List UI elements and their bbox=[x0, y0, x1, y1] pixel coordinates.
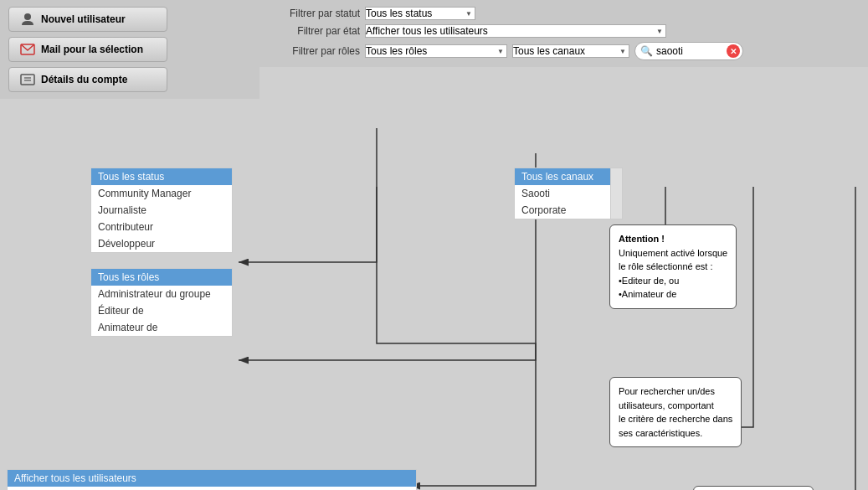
etat-label: Filtrer par état bbox=[268, 25, 360, 37]
roles-item-admin[interactable]: Administrateur du groupe bbox=[91, 286, 232, 302]
new-user-label: Nouvel utilisateur bbox=[41, 13, 126, 25]
etat-select[interactable]: Afficher tous les utilisateursAfficher t… bbox=[365, 24, 666, 38]
search-icon: 🔍 bbox=[640, 45, 653, 57]
mail-label: Mail pour la sélection bbox=[41, 44, 143, 55]
channel-item-all[interactable]: Tous les canaux bbox=[515, 168, 622, 185]
recherche-line3: le critère de recherche dans bbox=[619, 414, 732, 424]
channel-select-inline[interactable]: Tous les canauxSaootiCorporate bbox=[512, 44, 629, 58]
etat-dropdown-list: Afficher tous les utilisateurs Afficher … bbox=[7, 469, 417, 490]
roles-item-animateur[interactable]: Animateur de bbox=[91, 319, 232, 336]
attention-tooltip: Attention ! Uniquement activé lorsque le… bbox=[609, 224, 737, 309]
channel-scrollbar[interactable] bbox=[610, 168, 622, 219]
svg-point-0 bbox=[24, 13, 31, 20]
statut-item-journaliste[interactable]: Journaliste bbox=[91, 202, 232, 219]
attention-line4: •Animateur de bbox=[619, 289, 676, 299]
attention-title: Attention ! bbox=[619, 234, 665, 244]
recherche-tooltip: Pour rechercher un/des utilisateurs, com… bbox=[609, 377, 742, 447]
roles-select[interactable]: Tous les rôlesAdministrateur du groupeÉd… bbox=[365, 44, 507, 58]
roles-select-wrapper[interactable]: Tous les rôlesAdministrateur du groupeÉd… bbox=[365, 44, 507, 58]
channel-item-corporate[interactable]: Corporate bbox=[515, 202, 622, 219]
statut-item-all[interactable]: Tous les status bbox=[91, 168, 232, 185]
channel-dropdown-list: Tous les canaux Saooti Corporate bbox=[514, 168, 623, 219]
roles-item-editeur[interactable]: Éditeur de bbox=[91, 302, 232, 319]
statut-item-community-manager[interactable]: Community Manager bbox=[91, 185, 232, 202]
new-user-button[interactable]: Nouvel utilisateur bbox=[8, 7, 167, 32]
roles-item-all[interactable]: Tous les rôles bbox=[91, 269, 232, 286]
annuler-tooltip: Pensez à annuler la recherche pour reven… bbox=[693, 486, 814, 490]
etat-select-wrapper[interactable]: Afficher tous les utilisateursAfficher t… bbox=[365, 24, 666, 38]
statut-item-contributeur[interactable]: Contributeur bbox=[91, 219, 232, 235]
recherche-line4: ses caractéristiques. bbox=[619, 428, 702, 438]
filter-statut-row: Filtrer par statut Tous les statusCommun… bbox=[268, 7, 860, 20]
account-button[interactable]: Détails du compte bbox=[8, 67, 167, 92]
mail-button[interactable]: Mail pour la sélection bbox=[8, 37, 167, 62]
recherche-line1: Pour rechercher un/des bbox=[619, 386, 715, 396]
toolbar: Nouvel utilisateur Mail pour la sélectio… bbox=[0, 0, 259, 99]
etat-item-all[interactable]: Afficher tous les utilisateurs bbox=[8, 470, 416, 487]
attention-line1: Uniquement activé lorsque bbox=[619, 248, 727, 258]
recherche-line2: utilisateurs, comportant bbox=[619, 400, 714, 410]
mail-icon bbox=[19, 42, 36, 57]
search-box: 🔍 ✕ bbox=[634, 42, 743, 60]
statut-select[interactable]: Tous les statusCommunity ManagerJournali… bbox=[365, 7, 475, 20]
search-input[interactable] bbox=[656, 45, 723, 57]
filter-roles-row: Filtrer par rôles Tous les rôlesAdminist… bbox=[268, 42, 860, 60]
filter-area: Filtrer par statut Tous les statusCommun… bbox=[259, 0, 868, 67]
user-icon bbox=[19, 12, 36, 27]
statut-label: Filtrer par statut bbox=[268, 8, 360, 19]
account-icon bbox=[19, 72, 36, 87]
account-label: Détails du compte bbox=[41, 74, 127, 85]
statut-dropdown-list: Tous les status Community Manager Journa… bbox=[90, 168, 233, 253]
attention-line3: •Editeur de, ou bbox=[619, 276, 679, 286]
channel-select-wrapper-inline[interactable]: Tous les canauxSaootiCorporate bbox=[512, 44, 629, 58]
channel-item-saooti[interactable]: Saooti bbox=[515, 185, 622, 202]
statut-select-wrapper[interactable]: Tous les statusCommunity ManagerJournali… bbox=[365, 7, 475, 20]
attention-line2: le rôle sélectionné est : bbox=[619, 261, 713, 271]
main-area: Tous les status Community Manager Journa… bbox=[0, 101, 868, 490]
filter-etat-row: Filtrer par état Afficher tous les utili… bbox=[268, 24, 860, 38]
roles-dropdown-list: Tous les rôles Administrateur du groupe … bbox=[90, 268, 233, 337]
search-clear-button[interactable]: ✕ bbox=[727, 44, 740, 58]
roles-label: Filtrer par rôles bbox=[268, 45, 360, 57]
svg-rect-2 bbox=[21, 75, 34, 85]
statut-item-developpeur[interactable]: Développeur bbox=[91, 235, 232, 252]
etat-item-valide[interactable]: Afficher tous les utilisateurs ayant au … bbox=[8, 487, 416, 490]
